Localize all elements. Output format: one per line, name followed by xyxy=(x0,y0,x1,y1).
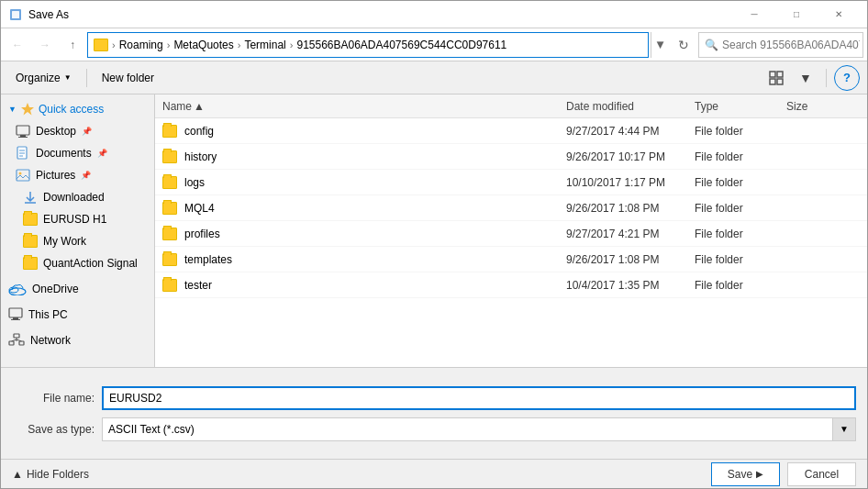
close-button[interactable]: ✕ xyxy=(818,1,860,28)
svg-rect-23 xyxy=(9,341,14,345)
folder-icon-quantaction xyxy=(23,257,38,270)
sidebar-item-network[interactable]: Network xyxy=(1,329,154,351)
file-date-cell: 9/27/2017 4:44 PM xyxy=(566,125,695,138)
file-name-cell: history xyxy=(162,150,566,163)
svg-rect-7 xyxy=(17,126,29,135)
sidebar-item-mywork[interactable]: My Work xyxy=(1,230,154,252)
file-name-cell: config xyxy=(162,125,566,138)
filename-label: File name: xyxy=(12,392,95,405)
filetype-label: Save as type: xyxy=(12,423,95,436)
save-as-dialog: Save As ─ □ ✕ ← → ↑ › Roaming › MetaQuot… xyxy=(0,0,868,489)
statusbar: ▲ Hide Folders Save ▶ Cancel xyxy=(1,459,867,488)
up-button[interactable]: ↑ xyxy=(60,32,85,58)
hide-folders-button[interactable]: ▲ Hide Folders xyxy=(12,468,89,481)
dialog-title: Save As xyxy=(28,8,733,21)
cancel-button[interactable]: Cancel xyxy=(787,462,856,486)
table-row[interactable]: history 9/26/2017 10:17 PM File folder xyxy=(155,144,867,170)
quick-access-chevron: ▼ xyxy=(8,105,17,114)
table-row[interactable]: MQL4 9/26/2017 1:08 PM File folder xyxy=(155,195,867,221)
new-folder-button[interactable]: New folder xyxy=(95,65,161,91)
path-id: 915566BA06ADA407569C544CC0D97611 xyxy=(296,39,506,51)
svg-rect-1 xyxy=(12,11,19,18)
svg-rect-3 xyxy=(777,72,783,77)
file-type-cell: File folder xyxy=(695,253,786,266)
svg-rect-9 xyxy=(18,137,28,138)
svg-rect-14 xyxy=(17,170,29,181)
table-row[interactable]: templates 9/26/2017 1:08 PM File folder xyxy=(155,247,867,272)
column-header-type[interactable]: Type xyxy=(695,100,786,113)
view-dropdown-button[interactable]: ▼ xyxy=(793,65,818,91)
folder-row-icon xyxy=(162,279,177,292)
file-date-cell: 9/27/2017 4:21 PM xyxy=(566,228,695,240)
action-buttons: Save ▶ Cancel xyxy=(711,462,856,486)
sidebar-item-onedrive[interactable]: OneDrive xyxy=(1,278,154,300)
sidebar-item-downloaded[interactable]: Downloaded xyxy=(1,186,154,208)
column-header-size[interactable]: Size xyxy=(786,100,860,113)
path-metaquotes: MetaQuotes xyxy=(173,39,233,51)
folder-row-icon xyxy=(162,150,177,163)
pin-icon: 📌 xyxy=(82,127,92,136)
cursor-indicator: ▶ xyxy=(756,469,763,479)
address-path[interactable]: › Roaming › MetaQuotes › Terminal › 9155… xyxy=(87,32,649,58)
folder-row-icon xyxy=(162,202,177,215)
folder-icon-mywork xyxy=(23,235,38,248)
refresh-button[interactable]: ↻ xyxy=(671,32,696,58)
main-content: ▼ Quick access Desktop 📌 xyxy=(1,94,867,367)
svg-rect-2 xyxy=(770,72,775,77)
table-row[interactable]: config 9/27/2017 4:44 PM File folder xyxy=(155,118,867,144)
download-icon xyxy=(23,190,38,205)
table-row[interactable]: tester 10/4/2017 1:35 PM File folder xyxy=(155,272,867,298)
file-date-cell: 10/10/2017 1:17 PM xyxy=(566,176,695,189)
network-icon xyxy=(8,333,25,348)
network-section: Network xyxy=(1,329,154,351)
file-type-cell: File folder xyxy=(695,228,786,240)
svg-rect-20 xyxy=(13,317,18,319)
forward-button[interactable]: → xyxy=(32,32,58,58)
file-name-cell: templates xyxy=(162,253,566,266)
back-button[interactable]: ← xyxy=(5,32,30,58)
toolbar: Organize ▼ New folder ▼ ? xyxy=(1,61,867,94)
thispc-section: This PC xyxy=(1,304,154,326)
sidebar-item-desktop[interactable]: Desktop 📌 xyxy=(1,120,154,142)
file-list-header: Name ▲ Date modified Type Size xyxy=(155,94,867,118)
table-row[interactable]: logs 10/10/2017 1:17 PM File folder xyxy=(155,170,867,195)
search-box: 🔍 xyxy=(698,32,863,58)
sidebar-item-quantaction[interactable]: QuantAction Signal xyxy=(1,252,154,274)
column-header-name[interactable]: Name ▲ xyxy=(162,100,566,113)
sidebar-item-eurusd[interactable]: EURUSD H1 xyxy=(1,208,154,230)
svg-rect-19 xyxy=(9,308,22,317)
sidebar-item-pictures[interactable]: Pictures 📌 xyxy=(1,164,154,186)
filetype-select[interactable]: ASCII Text (*.csv) Excel Workbook (*.xls… xyxy=(102,417,856,441)
minimize-button[interactable]: ─ xyxy=(733,1,775,28)
organize-chevron: ▼ xyxy=(64,73,72,82)
filetype-select-wrapper: ASCII Text (*.csv) Excel Workbook (*.xls… xyxy=(102,417,856,441)
svg-point-15 xyxy=(19,172,22,175)
filename-input[interactable] xyxy=(102,386,856,410)
organize-button[interactable]: Organize ▼ xyxy=(8,65,79,91)
sidebar-item-documents[interactable]: Documents 📌 xyxy=(1,142,154,164)
column-header-date[interactable]: Date modified xyxy=(566,100,695,113)
file-date-cell: 9/26/2017 1:08 PM xyxy=(566,253,695,266)
titlebar: Save As ─ □ ✕ xyxy=(1,1,867,28)
onedrive-section: OneDrive xyxy=(1,278,154,300)
filetype-row: Save as type: ASCII Text (*.csv) Excel W… xyxy=(12,417,856,441)
file-name-cell: tester xyxy=(162,279,566,292)
help-button[interactable]: ? xyxy=(834,65,860,91)
svg-rect-8 xyxy=(20,135,26,137)
pictures-icon xyxy=(16,168,30,183)
bottom-bar: File name: Save as type: ASCII Text (*.c… xyxy=(1,367,867,459)
maximize-button[interactable]: □ xyxy=(775,1,818,28)
sidebar: ▼ Quick access Desktop 📌 xyxy=(1,94,155,367)
view-options-button[interactable] xyxy=(763,65,789,91)
file-name-cell: profiles xyxy=(162,228,566,240)
sidebar-item-thispc[interactable]: This PC xyxy=(1,304,154,326)
save-button[interactable]: Save ▶ xyxy=(711,462,780,486)
table-row[interactable]: profiles 9/27/2017 4:21 PM File folder xyxy=(155,221,867,247)
quick-access-header[interactable]: ▼ Quick access xyxy=(1,98,154,120)
pin-icon: 📌 xyxy=(97,149,107,158)
pin-icon: 📌 xyxy=(81,171,91,180)
file-type-cell: File folder xyxy=(695,202,786,215)
onedrive-icon xyxy=(8,283,27,295)
path-dropdown-button[interactable]: ▼ xyxy=(651,32,669,58)
search-input[interactable] xyxy=(722,39,860,51)
